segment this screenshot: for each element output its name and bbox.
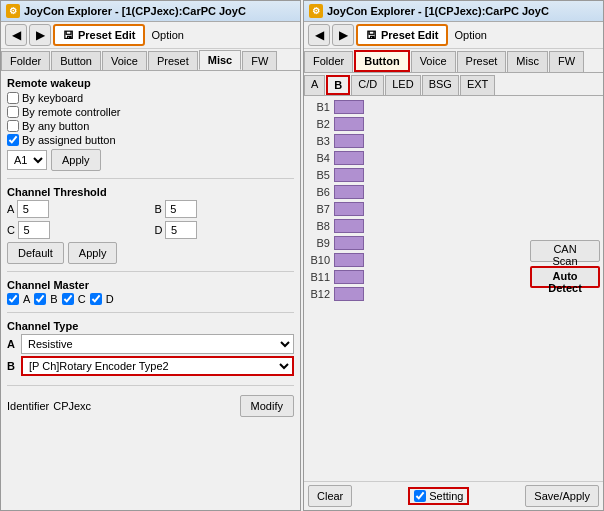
b12-color-bar[interactable] (334, 287, 364, 301)
b8-color-bar[interactable] (334, 219, 364, 233)
left-toolbar: ◀ ▶ 🖫 Preset Edit Option (1, 22, 300, 49)
b4-label: B4 (308, 152, 330, 164)
b11-label: B11 (308, 271, 330, 283)
right-subtab-ext[interactable]: EXT (460, 75, 495, 95)
by-assigned-button-label: By assigned button (22, 134, 116, 146)
threshold-c-input[interactable] (18, 221, 50, 239)
b7-color-bar[interactable] (334, 202, 364, 216)
right-subtab-cd[interactable]: C/D (351, 75, 384, 95)
button-list: B1 B2 B3 B4 B5 B6 (304, 96, 523, 481)
right-tab-preset[interactable]: Preset (457, 51, 507, 72)
divider-3 (7, 312, 294, 313)
channel-type-b-select[interactable]: [P Ch]Rotary Encoder Type2 Resistive Cap… (21, 356, 294, 376)
channel-type-a-label: A (7, 338, 17, 350)
right-tab-voice[interactable]: Voice (411, 51, 456, 72)
by-any-button-checkbox[interactable] (7, 120, 19, 132)
threshold-b-input[interactable] (165, 200, 197, 218)
b1-label: B1 (308, 101, 330, 113)
save-apply-button[interactable]: Save/Apply (525, 485, 599, 507)
left-tab-folder[interactable]: Folder (1, 51, 50, 70)
setting-checkbox[interactable] (414, 490, 426, 502)
right-preset-edit-button[interactable]: 🖫 Preset Edit (356, 24, 448, 46)
left-tab-bar: Folder Button Voice Preset Misc FW (1, 49, 300, 71)
threshold-a-input[interactable] (17, 200, 49, 218)
b4-color-bar[interactable] (334, 151, 364, 165)
threshold-a: A (7, 200, 147, 218)
by-any-button-label: By any button (22, 120, 89, 132)
left-option-button[interactable]: Option (147, 27, 187, 43)
b1-color-bar[interactable] (334, 100, 364, 114)
threshold-grid: A B C D (7, 200, 294, 239)
identifier-row: Identifier CPJexc Modify (7, 395, 294, 417)
channel-master-a-checkbox[interactable] (7, 293, 19, 305)
remote-wakeup-section: Remote wakeup By keyboard By remote cont… (7, 77, 294, 171)
channel-threshold-title: Channel Threshold (7, 186, 294, 198)
b6-label: B6 (308, 186, 330, 198)
right-back-button[interactable]: ◀ (308, 24, 330, 46)
right-tab-folder[interactable]: Folder (304, 51, 353, 72)
divider-2 (7, 271, 294, 272)
auto-detect-button[interactable]: Auto Detect (530, 266, 600, 288)
by-keyboard-checkbox[interactable] (7, 92, 19, 104)
right-subtab-a[interactable]: A (304, 75, 325, 95)
right-forward-button[interactable]: ▶ (332, 24, 354, 46)
b5-color-bar[interactable] (334, 168, 364, 182)
by-remote-checkbox[interactable] (7, 106, 19, 118)
threshold-d: D (155, 221, 295, 239)
b2-color-bar[interactable] (334, 117, 364, 131)
button-row-b6: B6 (308, 185, 519, 199)
left-window-title: JoyCon Explorer - [1(CPJexc):CarPC JoyC (24, 5, 246, 17)
threshold-a-label: A (7, 203, 14, 215)
channel-type-a-select[interactable]: Resistive Capacitive (21, 334, 294, 354)
threshold-d-input[interactable] (165, 221, 197, 239)
right-subtab-b[interactable]: B (326, 75, 350, 95)
threshold-d-label: D (155, 224, 163, 236)
left-tab-voice[interactable]: Voice (102, 51, 147, 70)
channel-master-c-checkbox[interactable] (62, 293, 74, 305)
right-content: B1 B2 B3 B4 B5 B6 (304, 96, 603, 481)
divider-1 (7, 178, 294, 179)
channel-master-d-checkbox[interactable] (90, 293, 102, 305)
right-subtab-led[interactable]: LED (385, 75, 420, 95)
by-keyboard-label: By keyboard (22, 92, 83, 104)
identifier-modify-button[interactable]: Modify (240, 395, 294, 417)
left-tab-fw[interactable]: FW (242, 51, 277, 70)
channel-threshold-section: Channel Threshold A B C D (7, 186, 294, 264)
right-tab-fw[interactable]: FW (549, 51, 584, 72)
b10-color-bar[interactable] (334, 253, 364, 267)
right-preset-icon: 🖫 (366, 29, 377, 41)
b9-color-bar[interactable] (334, 236, 364, 250)
by-assigned-button-checkbox[interactable] (7, 134, 19, 146)
can-scan-button[interactable]: CAN Scan (530, 240, 600, 262)
b3-color-bar[interactable] (334, 134, 364, 148)
left-tab-button[interactable]: Button (51, 51, 101, 70)
preset-icon: 🖫 (63, 29, 74, 41)
left-tab-preset[interactable]: Preset (148, 51, 198, 70)
b12-label: B12 (308, 288, 330, 300)
b9-label: B9 (308, 237, 330, 249)
assigned-button-dropdown[interactable]: A1 A2 B1 (7, 150, 47, 170)
right-tab-misc[interactable]: Misc (507, 51, 548, 72)
button-row-b1: B1 (308, 100, 519, 114)
left-preset-edit-button[interactable]: 🖫 Preset Edit (53, 24, 145, 46)
left-tab-misc[interactable]: Misc (199, 50, 241, 70)
channel-master-title: Channel Master (7, 279, 294, 291)
right-subtab-bsg[interactable]: BSG (422, 75, 459, 95)
button-row-b8: B8 (308, 219, 519, 233)
channel-master-b-checkbox[interactable] (34, 293, 46, 305)
channel-master-c-label: C (78, 293, 86, 305)
right-tab-button[interactable]: Button (354, 50, 409, 72)
threshold-b: B (155, 200, 295, 218)
left-forward-button[interactable]: ▶ (29, 24, 51, 46)
b11-color-bar[interactable] (334, 270, 364, 284)
right-toolbar: ◀ ▶ 🖫 Preset Edit Option (304, 22, 603, 49)
left-back-button[interactable]: ◀ (5, 24, 27, 46)
clear-button[interactable]: Clear (308, 485, 352, 507)
threshold-default-button[interactable]: Default (7, 242, 64, 264)
b6-color-bar[interactable] (334, 185, 364, 199)
wakeup-apply-button[interactable]: Apply (51, 149, 101, 171)
b2-label: B2 (308, 118, 330, 130)
threshold-apply-button[interactable]: Apply (68, 242, 118, 264)
button-row-b10: B10 (308, 253, 519, 267)
right-option-button[interactable]: Option (450, 27, 490, 43)
